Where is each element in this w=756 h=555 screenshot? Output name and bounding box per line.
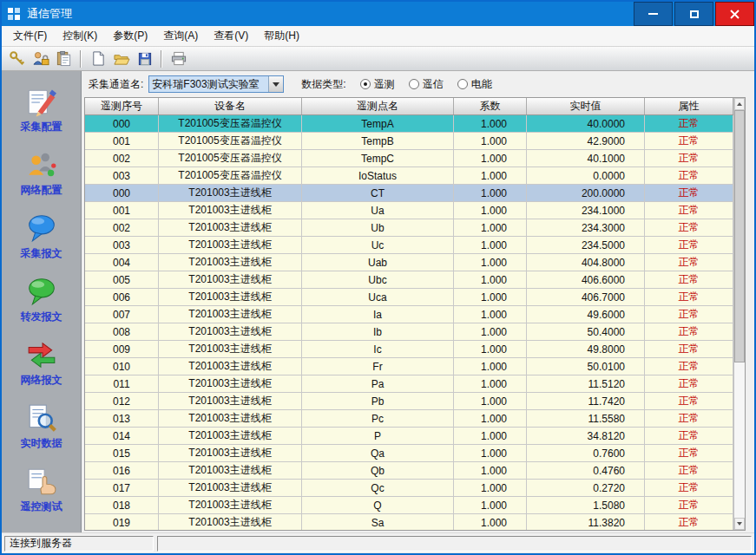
table-row[interactable]: 015T201003主进线柜Qa1.0000.7600正常 [85, 445, 733, 462]
titlebar: 通信管理 [2, 2, 754, 26]
column-header-status[interactable]: 属性 [645, 98, 733, 114]
cell-device: T201003主进线柜 [159, 410, 302, 428]
minimize-button[interactable] [634, 2, 673, 26]
cell-status: 正常 [645, 445, 733, 462]
sidebar: 采集配置 网络配置 采集报文 [2, 71, 82, 532]
column-header-seq[interactable]: 遥测序号 [85, 98, 159, 114]
sidebar-item-collect-config[interactable]: 采集配置 [5, 78, 78, 141]
sidebar-item-network-message[interactable]: 网络报文 [5, 331, 78, 395]
toolbar-key-button[interactable] [6, 49, 28, 69]
menu-item-params[interactable]: 参数(P) [105, 26, 155, 46]
toolbar-new-button[interactable] [87, 49, 108, 69]
table-row[interactable]: 011T201003主进线柜Pa1.00011.5120正常 [85, 375, 733, 393]
table-row[interactable]: 003T201003主进线柜Uc1.000234.5000正常 [85, 237, 733, 254]
sidebar-item-remote-test[interactable]: 遥控测试 [5, 458, 78, 521]
maximize-button[interactable] [674, 2, 713, 26]
toolbar-user-lock-button[interactable] [30, 49, 51, 69]
cell-device: T201005变压器温控仪 [159, 115, 302, 133]
table-row[interactable]: 013T201003主进线柜Pc1.00011.5580正常 [85, 410, 733, 428]
sidebar-item-label: 网络报文 [21, 373, 62, 388]
channel-select[interactable]: 安科瑞F303测试实验室 [148, 75, 284, 93]
sidebar-item-network-config[interactable]: 网络配置 [5, 141, 78, 205]
cell-status: 正常 [645, 133, 733, 150]
sidebar-item-collect-message[interactable]: 采集报文 [5, 205, 78, 268]
cell-status: 正常 [645, 375, 733, 393]
cell-seq: 010 [85, 358, 159, 375]
scroll-down-button[interactable] [734, 518, 745, 530]
table-row[interactable]: 019T201003主进线柜Sa1.00011.3820正常 [85, 514, 733, 530]
toolbar-open-button[interactable] [110, 49, 132, 69]
toolbar-save-button[interactable] [134, 49, 155, 69]
toolbar-print-button[interactable] [168, 49, 189, 69]
cell-status: 正常 [645, 323, 733, 341]
sidebar-item-realtime-data[interactable]: 实时数据 [5, 395, 78, 458]
table-row[interactable]: 006T201003主进线柜Uca1.000406.7000正常 [85, 289, 733, 306]
table-row[interactable]: 010T201003主进线柜Fr1.00050.0100正常 [85, 358, 733, 375]
table-row[interactable]: 012T201003主进线柜Pb1.00011.7420正常 [85, 393, 733, 410]
cell-device: T201003主进线柜 [159, 306, 302, 323]
cell-device: T201003主进线柜 [159, 254, 302, 271]
menu-item-file[interactable]: 文件(F) [5, 26, 55, 46]
radio-signal[interactable]: 遥信 [409, 77, 444, 92]
column-header-device[interactable]: 设备名 [159, 98, 302, 114]
menu-item-view[interactable]: 查看(V) [206, 26, 256, 46]
cell-point: Pc [302, 410, 454, 428]
cell-device: T201005变压器温控仪 [159, 133, 302, 150]
controls-row: 采集通道名: 安科瑞F303测试实验室 数据类型: 遥测 遥信 [82, 71, 754, 97]
open-folder-icon [113, 51, 130, 67]
cell-seq: 004 [85, 254, 159, 271]
scroll-up-button[interactable] [734, 98, 745, 110]
toolbar-separator [80, 50, 82, 68]
menu-item-help[interactable]: 帮助(H) [256, 26, 307, 46]
table-row[interactable]: 003T201005变压器温控仪IoStatus1.0000.0000正常 [85, 167, 733, 185]
cell-coef: 1.000 [454, 462, 527, 480]
cell-coef: 1.000 [454, 150, 527, 167]
cell-point: Uab [302, 254, 454, 271]
scrollbar-thumb[interactable] [734, 110, 745, 362]
table-row[interactable]: 005T201003主进线柜Ubc1.000406.6000正常 [85, 271, 733, 289]
save-icon [137, 51, 153, 67]
menu-item-query[interactable]: 查询(A) [155, 26, 206, 46]
cell-coef: 1.000 [454, 358, 527, 375]
sidebar-item-label: 采集报文 [21, 246, 62, 261]
cell-value: 11.5120 [527, 375, 645, 393]
cell-coef: 1.000 [454, 393, 527, 410]
table-row[interactable]: 000T201005变压器温控仪TempA1.00040.0000正常 [85, 115, 733, 133]
cell-device: T201003主进线柜 [159, 271, 302, 289]
table-row[interactable]: 001T201005变压器温控仪TempB1.00042.9000正常 [85, 133, 733, 150]
column-header-value[interactable]: 实时值 [527, 98, 645, 114]
radio-energy[interactable]: 电能 [457, 77, 492, 92]
close-button[interactable] [715, 2, 754, 26]
table-row[interactable]: 007T201003主进线柜Ia1.00049.6000正常 [85, 306, 733, 323]
column-header-coef[interactable]: 系数 [454, 98, 527, 114]
table-row[interactable]: 017T201003主进线柜Qc1.0000.2720正常 [85, 480, 733, 497]
cell-status: 正常 [645, 358, 733, 375]
table-row[interactable]: 009T201003主进线柜Ic1.00049.8000正常 [85, 341, 733, 358]
cell-status: 正常 [645, 237, 733, 254]
table-row[interactable]: 002T201005变压器温控仪TempC1.00040.1000正常 [85, 150, 733, 167]
cell-value: 11.5580 [527, 410, 645, 428]
radio-telemetry[interactable]: 遥测 [360, 77, 395, 92]
cell-seq: 007 [85, 306, 159, 323]
table-row[interactable]: 001T201003主进线柜Ua1.000234.1000正常 [85, 202, 733, 219]
column-header-point[interactable]: 遥测点名 [302, 98, 454, 114]
cell-seq: 014 [85, 428, 159, 445]
table-row[interactable]: 002T201003主进线柜Ub1.000234.3000正常 [85, 219, 733, 237]
table-row[interactable]: 014T201003主进线柜P1.00034.8120正常 [85, 428, 733, 445]
table-row[interactable]: 004T201003主进线柜Uab1.000404.8000正常 [85, 254, 733, 271]
cell-coef: 1.000 [454, 497, 527, 514]
table-row[interactable]: 016T201003主进线柜Qb1.0000.4760正常 [85, 462, 733, 480]
vertical-scrollbar[interactable] [733, 98, 745, 530]
cell-device: T201003主进线柜 [159, 514, 302, 530]
table-row[interactable]: 000T201003主进线柜CT1.000200.0000正常 [85, 185, 733, 202]
table-row[interactable]: 018T201003主进线柜Q1.0001.5080正常 [85, 497, 733, 514]
sidebar-item-forward-message[interactable]: 转发报文 [5, 268, 78, 331]
cell-coef: 1.000 [454, 428, 527, 445]
table-row[interactable]: 008T201003主进线柜Ib1.00050.4000正常 [85, 323, 733, 341]
menu-item-control[interactable]: 控制(K) [55, 26, 105, 46]
cell-status: 正常 [645, 254, 733, 271]
scrollbar-track[interactable] [734, 110, 745, 518]
cell-seq: 018 [85, 497, 159, 514]
channel-select-button[interactable] [268, 76, 283, 92]
toolbar-clipboard-button[interactable] [53, 49, 75, 69]
